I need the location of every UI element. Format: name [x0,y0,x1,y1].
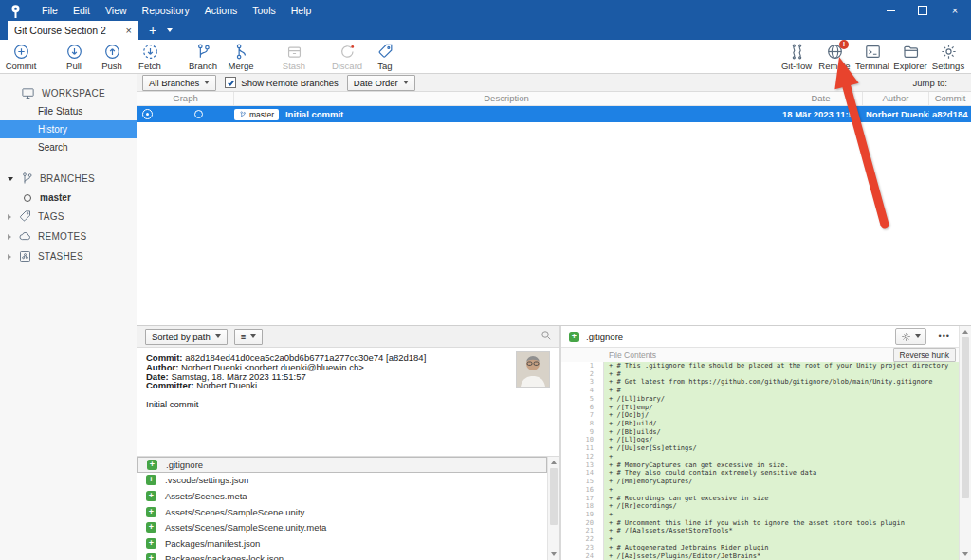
new-tab-button[interactable]: + [149,22,156,40]
sort-by-dropdown[interactable]: Sorted by path [145,329,228,345]
view-options-dropdown[interactable]: ≡ [234,329,264,345]
search-icon[interactable] [540,328,552,345]
line-number: 11 [561,444,603,453]
line-text: + [603,535,960,544]
file-list-scrollbar[interactable] [547,457,559,560]
terminal-button[interactable]: Terminal [853,43,891,71]
line-number: 24 [561,552,603,560]
scroll-down-icon[interactable] [962,552,968,556]
date-cell: 18 Mär 2023 11:5 [779,109,863,119]
diff-pane: + .gitignore ••• File Contents Reverse h… [561,326,971,560]
order-filter-dropdown[interactable]: Date Order [347,75,415,91]
sidebar-item[interactable]: Search [0,138,137,156]
remote-button[interactable]: ! Remote [815,43,853,71]
file-list-item[interactable]: + Assets/Scenes/SampleScene.unity [137,504,547,520]
line-text: + /[Oo]bj/ [603,411,960,420]
line-text: + [603,511,960,519]
scrollbar-thumb[interactable] [550,468,558,525]
chevron-right-icon[interactable] [8,234,11,240]
sidebar-item[interactable]: History [0,120,137,138]
pull-button[interactable]: Pull [55,43,93,71]
sidebar-section-workspace[interactable]: WORKSPACE [0,83,137,102]
tag-button[interactable]: Tag [366,43,404,71]
reverse-hunk-button[interactable]: Reverse hunk [893,348,956,362]
show-remote-branches-checkbox[interactable]: Show Remote Branches [225,77,338,88]
scrollbar-thumb[interactable] [962,337,969,498]
menu-item[interactable]: Actions [197,0,245,21]
diff-line: 18 + /[Rr]ecordings/ [561,502,960,511]
jump-to-label: Jump to: [913,78,966,88]
close-tab-icon[interactable]: × [126,25,132,36]
sidebar: WORKSPACE File StatusHistorySearch BRANC… [0,74,137,560]
menu-item[interactable]: Tools [245,0,284,21]
sidebar-section-branches[interactable]: BRANCHES [0,169,137,189]
diff-line: 4 + # [561,387,960,395]
settings-button[interactable]: Settings [929,43,967,71]
diff-line: 7 + /[Oo]bj/ [561,411,960,420]
minimize-button[interactable] [874,0,907,21]
maximize-button[interactable] [907,0,939,21]
diff-line: 20 + # Uncomment this line if you wish t… [561,519,960,528]
line-text: + # They also could contain extremely se… [603,469,960,478]
menu-item[interactable]: Repository [135,0,197,21]
more-options-button[interactable]: ••• [939,332,950,341]
close-window-button[interactable]: × [939,0,971,21]
file-list-item[interactable]: + Packages/packages-lock.json [137,551,547,560]
line-number: 16 [561,486,603,495]
chevron-right-icon[interactable] [8,214,11,220]
graph-cell [137,106,234,122]
line-number: 9 [561,428,603,437]
discard-button[interactable]: Discard [328,43,366,71]
branch-button[interactable]: Branch [184,43,222,71]
line-number: 15 [561,478,603,486]
scroll-up-icon[interactable] [962,330,968,334]
chevron-right-icon[interactable] [8,254,11,260]
file-list-item[interactable]: + Packages/manifest.json [137,535,547,551]
menu-item[interactable]: Edit [65,0,98,21]
push-button[interactable]: Push [93,43,131,71]
diff-line: 8 + /[Bb]uild/ [561,420,960,428]
git-flow-button[interactable]: Git-flow [778,43,815,71]
main-toolbar: Commit Pull Push Fetch Branch Merge Stas… [0,40,971,74]
new-tab-dropdown-icon[interactable] [167,28,173,32]
maximize-icon [918,6,927,15]
content-area: WORKSPACE File StatusHistorySearch BRANC… [0,74,971,560]
menu-bar: FileEditViewRepositoryActionsToolsHelp [34,0,319,21]
line-number: 12 [561,453,603,461]
diff-scrollbar[interactable] [959,326,971,560]
menu-item[interactable]: File [34,0,65,21]
line-text: + /[Rr]ecordings/ [603,502,960,511]
scroll-down-icon[interactable] [551,552,557,556]
line-number: 19 [561,511,603,519]
commit-button[interactable]: Commit [2,43,40,71]
commit-icon [12,43,30,61]
tab-repository[interactable]: Git Course Section 2 × [8,21,138,40]
file-list-item[interactable]: + Assets/Scenes.meta [137,488,547,504]
menu-item[interactable]: View [98,0,135,21]
sidebar-section-tags[interactable]: TAGS [0,207,137,226]
sidebar-section-remotes[interactable]: REMOTES [0,226,137,246]
chevron-down-icon[interactable] [8,177,13,181]
merge-button[interactable]: Merge [222,43,260,71]
branch-filter-dropdown[interactable]: All Branches [142,75,216,91]
diff-line: 21 + # /[Aa]ssets/AssetStoreTools* [561,527,960,535]
line-text: + # MemoryCaptures can get excessive in … [603,461,960,470]
scroll-up-icon[interactable] [551,461,557,464]
menu-item[interactable]: Help [284,0,320,21]
branch-icon [194,43,212,61]
diff-line: 9 + /[Bb]uilds/ [561,428,960,437]
sidebar-item[interactable]: File Status [0,102,137,120]
file-list-item[interactable]: + Assets/Scenes/SampleScene.unity.meta [137,519,547,535]
sidebar-branch-master[interactable]: master [0,189,137,207]
file-list-item[interactable]: + .gitignore [137,457,547,473]
commit-row[interactable]: master Initial commit 18 Mär 2023 11:5 N… [137,106,971,122]
diff-options-dropdown[interactable] [895,328,926,345]
explorer-button[interactable]: Explorer [891,43,929,71]
file-list-item[interactable]: + .vscode/settings.json [137,473,547,489]
stash-button[interactable]: Stash [275,43,313,71]
diff-line: 17 + # Recordings can get excessive in s… [561,495,960,503]
fetch-button[interactable]: Fetch [131,43,169,71]
diff-content: 1 + # This .gitignore file should be pla… [561,362,960,560]
sidebar-section-stashes[interactable]: STASHES [0,246,137,266]
stashes-icon [18,249,32,263]
